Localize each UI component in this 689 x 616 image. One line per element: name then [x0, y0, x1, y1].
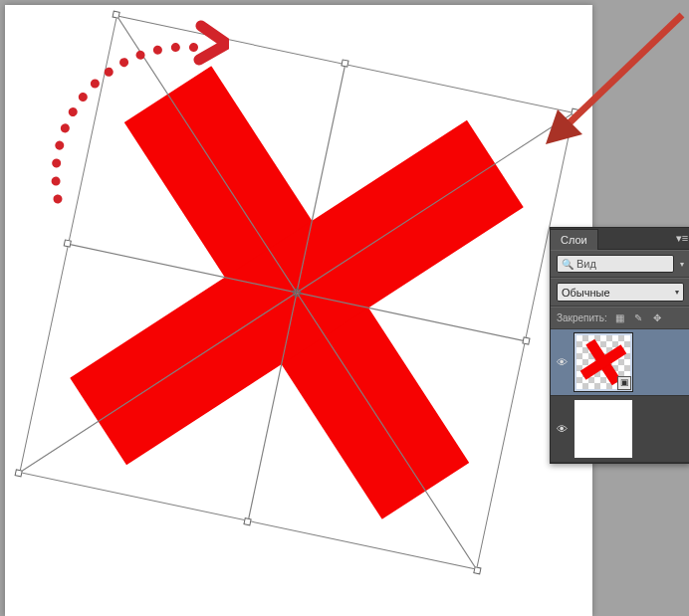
- layer-row[interactable]: 👁: [551, 396, 689, 463]
- chevron-down-icon: ▾: [675, 288, 679, 297]
- document-canvas[interactable]: [5, 5, 592, 616]
- layer-row[interactable]: 👁 ▣: [551, 329, 689, 396]
- layer-list: 👁 ▣ 👁: [551, 329, 689, 463]
- blend-mode-row: Обычные ▾: [551, 278, 689, 307]
- lock-pixels-icon[interactable]: ▦: [613, 311, 626, 324]
- search-icon: 🔍: [562, 259, 574, 270]
- layer-thumbnail[interactable]: ▣: [574, 333, 632, 391]
- transform-handle-bottom-mid[interactable]: [243, 517, 251, 525]
- smart-object-badge-icon: ▣: [617, 376, 631, 390]
- transform-handle-top-mid[interactable]: [341, 59, 348, 67]
- blend-mode-value: Обычные: [562, 287, 610, 299]
- layers-panel: Слои ▾≡ 🔍 Вид ▾ Обычные ▾ Закрепить: ▦ ✎…: [550, 227, 689, 464]
- panel-tab-bar: Слои ▾≡: [551, 228, 689, 250]
- transform-handle-mid-left[interactable]: [64, 239, 72, 247]
- layer-filter-select[interactable]: 🔍 Вид: [557, 255, 674, 273]
- tab-layers[interactable]: Слои: [551, 229, 598, 250]
- free-transform-box[interactable]: [19, 15, 574, 569]
- transform-center-icon[interactable]: [290, 286, 304, 300]
- blend-mode-select[interactable]: Обычные ▾: [557, 283, 684, 302]
- lock-row: Закрепить: ▦ ✎ ✥: [551, 307, 689, 329]
- transform-handle-top-right[interactable]: [571, 107, 578, 115]
- visibility-toggle-icon[interactable]: 👁: [555, 423, 569, 435]
- layer-filter-label: Вид: [576, 258, 596, 270]
- lock-label: Закрепить:: [557, 312, 607, 323]
- transform-handle-mid-right[interactable]: [522, 336, 530, 344]
- transform-handle-bottom-right[interactable]: [473, 566, 481, 574]
- lock-move-icon[interactable]: ✥: [651, 311, 664, 324]
- layer-thumbnail[interactable]: [574, 400, 632, 458]
- tab-spacer: [598, 249, 674, 250]
- visibility-toggle-icon[interactable]: 👁: [555, 356, 569, 368]
- lock-brush-icon[interactable]: ✎: [632, 311, 645, 324]
- app-viewport: Слои ▾≡ 🔍 Вид ▾ Обычные ▾ Закрепить: ▦ ✎…: [0, 0, 689, 616]
- panel-menu-button[interactable]: ▾≡: [674, 232, 689, 250]
- transform-handle-top-left[interactable]: [112, 11, 119, 19]
- transform-handle-bottom-left[interactable]: [15, 469, 23, 477]
- chevron-down-icon: ▾: [680, 260, 684, 269]
- layer-filter-row: 🔍 Вид ▾: [551, 250, 689, 278]
